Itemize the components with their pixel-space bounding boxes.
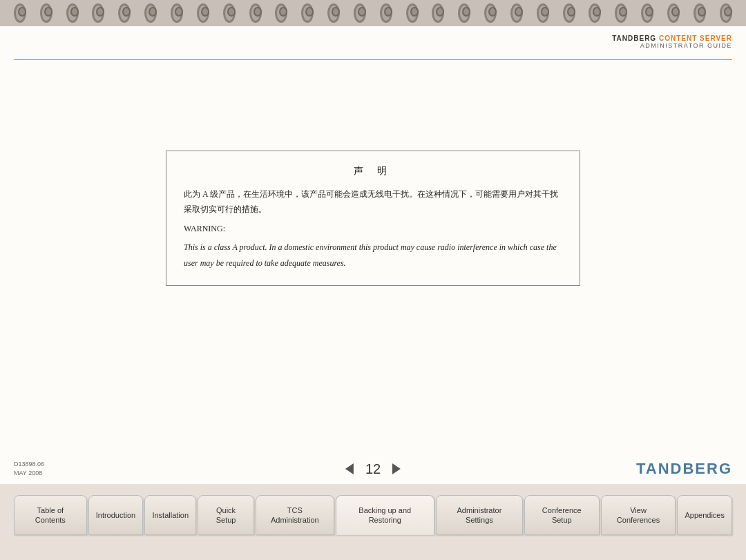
nav-tab-tcs-administration[interactable]: TCS Administration	[256, 495, 334, 535]
spiral-coil	[275, 3, 287, 23]
spiral-coil	[615, 3, 627, 23]
brand-content-server: CONTENT SERVER	[659, 35, 732, 42]
spiral-coil	[144, 3, 157, 23]
prev-page-button[interactable]	[342, 461, 357, 476]
nav-tab-backing-up-restoring[interactable]: Backing up and Restoring	[336, 495, 434, 535]
spiral-coil	[92, 3, 104, 23]
header: TANDBERG CONTENT SERVER ADMINISTRATOR GU…	[612, 35, 732, 49]
nav-tab-conference-setup[interactable]: Conference Setup	[524, 495, 600, 535]
doc-number: D13898.06	[14, 460, 44, 470]
notice-box: 声 明 此为 A 级产品，在生活环境中，该产品可能会造成无线电干扰。在这种情况下…	[166, 151, 580, 286]
next-page-button[interactable]	[389, 461, 404, 476]
spiral-coil	[432, 3, 444, 23]
nav-tab-table-of-contents[interactable]: Table of Contents	[14, 495, 87, 535]
notice-english-text: This is a class A product. In a domestic…	[184, 240, 562, 271]
header-subtitle: ADMINISTRATOR GUIDE	[612, 42, 732, 49]
nav-tab-introduction[interactable]: Introduction	[88, 495, 144, 535]
spiral-coil	[484, 3, 497, 23]
footer-logo: TANDBERG	[636, 460, 732, 478]
spiral-coil	[327, 3, 340, 23]
brand-tandberg: TANDBERG	[612, 35, 656, 42]
nav-tab-quick-setup[interactable]: Quick Setup	[198, 495, 254, 535]
doc-info: D13898.06 MAY 2008	[14, 460, 44, 479]
nav-tab-view-conferences[interactable]: View Conferences	[601, 495, 676, 535]
page-number: 12	[365, 461, 381, 477]
notice-chinese-text: 此为 A 级产品，在生活环境中，该产品可能会造成无线电干扰。在这种情况下，可能需…	[184, 187, 562, 217]
spiral-coil	[380, 3, 392, 23]
pagination: 12	[342, 461, 404, 477]
spiral-coil	[14, 3, 26, 23]
nav-tab-administrator-settings[interactable]: Administrator Settings	[436, 495, 523, 535]
spiral-coil	[694, 3, 706, 23]
page-content: TANDBERG CONTENT SERVER ADMINISTRATOR GU…	[0, 26, 746, 484]
spiral-coil	[249, 3, 262, 23]
header-divider	[14, 59, 732, 60]
spiral-coil	[510, 3, 523, 23]
spiral-coil	[537, 3, 549, 23]
svg-marker-1	[392, 463, 401, 474]
spiral-coil	[563, 3, 575, 23]
nav-tab-installation[interactable]: Installation	[144, 495, 196, 535]
brand-title: TANDBERG CONTENT SERVER	[612, 35, 732, 42]
spiral-coil	[720, 3, 732, 23]
nav-tab-appendices[interactable]: Appendices	[677, 495, 732, 535]
spiral-coil	[406, 3, 419, 23]
notice-warning-label: WARNING:	[184, 224, 562, 234]
spiral-coil	[301, 3, 314, 23]
page-footer: D13898.06 MAY 2008 12 TANDBERG	[0, 455, 746, 483]
spiral-coil	[589, 3, 601, 23]
bottom-navigation: Table of ContentsIntroductionInstallatio…	[0, 484, 746, 560]
spiral-coil	[667, 3, 680, 23]
spiral-coil	[171, 3, 183, 23]
spiral-coil	[40, 3, 52, 23]
spiral-coil	[118, 3, 131, 23]
notice-title: 声 明	[184, 165, 562, 177]
spiral-coil	[641, 3, 653, 23]
spiral-coil	[197, 3, 209, 23]
doc-date: MAY 2008	[14, 469, 44, 479]
spiral-coil	[223, 3, 236, 23]
svg-marker-0	[345, 463, 354, 474]
spiral-coil	[458, 3, 470, 23]
spiral-coil	[354, 3, 366, 23]
spiral-binding	[0, 0, 746, 26]
spiral-coil	[66, 3, 79, 23]
